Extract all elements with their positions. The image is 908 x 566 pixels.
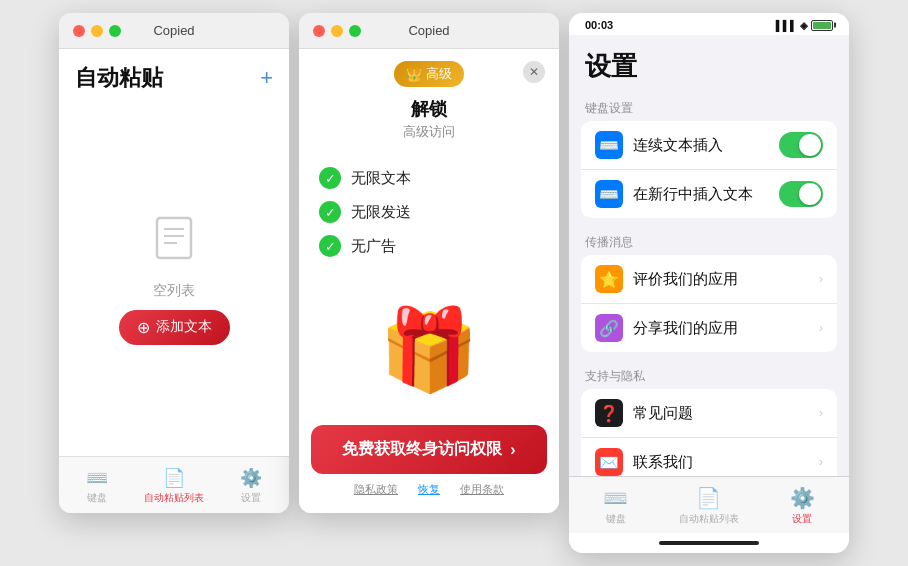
chevron-icon-0: › — [819, 272, 823, 286]
autopaste-icon: 📄 — [163, 467, 185, 489]
check-icon-2: ✓ — [319, 235, 341, 257]
terms-link[interactable]: 使用条款 — [460, 482, 504, 497]
row-rate-app[interactable]: ⭐ 评价我们的应用 › — [581, 255, 837, 304]
chevron-icon-3: › — [819, 455, 823, 469]
share-card: ⭐ 评价我们的应用 › 🔗 分享我们的应用 › — [581, 255, 837, 352]
left-traffic-lights — [73, 25, 121, 37]
row-label-contact: 联系我们 — [633, 453, 809, 472]
star-icon: ⭐ — [595, 265, 623, 293]
maximize-button-2[interactable] — [349, 25, 361, 37]
middle-window: Copied 👑 高级 ✕ 解锁 高级访问 ✓ 无限文本 ✓ 无限发送 — [299, 13, 559, 513]
row-label-0: 连续文本插入 — [633, 136, 769, 155]
add-icon: ⊕ — [137, 318, 150, 337]
modal-header: 👑 高级 ✕ 解锁 高级访问 — [299, 49, 559, 149]
features-list: ✓ 无限文本 ✓ 无限发送 ✓ 无广告 — [299, 149, 559, 275]
modal-close-button[interactable]: ✕ — [523, 61, 545, 83]
cta-links: 隐私政策 恢复 使用条款 — [311, 474, 547, 501]
row-share-app[interactable]: 🔗 分享我们的应用 › — [581, 304, 837, 352]
feature-label-1: 无限发送 — [351, 203, 411, 222]
svg-rect-0 — [157, 218, 191, 258]
share-icon: 🔗 — [595, 314, 623, 342]
battery-icon — [811, 20, 833, 31]
restore-link[interactable]: 恢复 — [418, 482, 440, 497]
ios-nav-autopaste-label: 自动粘贴列表 — [679, 512, 739, 526]
maximize-button[interactable] — [109, 25, 121, 37]
settings-icon: ⚙️ — [240, 467, 262, 489]
cta-label: 免费获取终身访问权限 — [342, 439, 502, 460]
add-text-button[interactable]: ⊕ 添加文本 — [119, 310, 230, 345]
nav-autopaste[interactable]: 📄 自动粘贴列表 — [136, 463, 213, 509]
row-continuous-insert[interactable]: ⌨️ 连续文本插入 — [581, 121, 837, 170]
ios-autopaste-icon: 📄 — [696, 486, 721, 510]
status-icons: ▌▌▌ ◈ — [776, 20, 833, 31]
check-icon-1: ✓ — [319, 201, 341, 223]
keyboard-icon: ⌨️ — [86, 467, 108, 489]
cta-arrow-icon: › — [510, 441, 515, 459]
feature-label-2: 无广告 — [351, 237, 396, 256]
contact-row-wrapper: ✉️ 联系我们 › 我们倾听我们心爱的用户 💚 — [581, 438, 837, 476]
minimize-button[interactable] — [91, 25, 103, 37]
ios-nav-settings[interactable]: ⚙️ 设置 — [756, 483, 849, 529]
feature-label-0: 无限文本 — [351, 169, 411, 188]
keyboard-icon-0: ⌨️ — [595, 131, 623, 159]
row-faq[interactable]: ❓ 常见问题 › — [581, 389, 837, 438]
row-label-1: 在新行中插入文本 — [633, 185, 769, 204]
left-header: 自动粘贴 + — [59, 49, 289, 101]
add-button[interactable]: + — [260, 65, 273, 91]
modal-title: 解锁 — [411, 97, 447, 121]
ios-page-title: 设置 — [569, 45, 849, 92]
empty-text: 空列表 — [153, 282, 195, 300]
battery-fill — [813, 22, 831, 29]
keyboard-icon-1: ⌨️ — [595, 180, 623, 208]
gift-icon: 🎁 — [379, 303, 479, 397]
feature-item-1: ✓ 无限发送 — [319, 195, 539, 229]
empty-state: 空列表 ⊕ 添加文本 — [59, 101, 289, 456]
left-content: 自动粘贴 + 空列表 ⊕ 添加文本 — [59, 49, 289, 456]
minimize-button-2[interactable] — [331, 25, 343, 37]
close-button-2[interactable] — [313, 25, 325, 37]
nav-settings[interactable]: ⚙️ 设置 — [212, 463, 289, 509]
row-contact[interactable]: ✉️ 联系我们 › — [581, 438, 837, 476]
ios-statusbar: 00:03 ▌▌▌ ◈ — [569, 13, 849, 35]
left-bottom-nav: ⌨️ 键盘 📄 自动粘贴列表 ⚙️ 设置 — [59, 456, 289, 513]
middle-traffic-lights — [313, 25, 361, 37]
ios-nav-autopaste[interactable]: 📄 自动粘贴列表 — [662, 483, 755, 529]
middle-window-title: Copied — [408, 23, 449, 38]
left-titlebar: Copied — [59, 13, 289, 49]
nav-keyboard-label: 键盘 — [87, 491, 107, 505]
ios-scrollable[interactable]: 设置 键盘设置 ⌨️ 连续文本插入 ⌨️ 在新行中插入文本 传播消息 — [569, 35, 849, 476]
section-label-2: 支持与隐私 — [569, 360, 849, 389]
row-label-share: 分享我们的应用 — [633, 319, 809, 338]
ios-settings-icon: ⚙️ — [790, 486, 815, 510]
chevron-icon-1: › — [819, 321, 823, 335]
home-bar — [659, 541, 759, 545]
nav-settings-label: 设置 — [241, 491, 261, 505]
middle-titlebar: Copied — [299, 13, 559, 49]
empty-icon — [149, 213, 199, 272]
row-newline-insert[interactable]: ⌨️ 在新行中插入文本 — [581, 170, 837, 218]
privacy-link[interactable]: 隐私政策 — [354, 482, 398, 497]
signal-icon: ▌▌▌ — [776, 20, 797, 31]
gift-image: 🎁 — [299, 275, 559, 425]
premium-badge: 👑 高级 — [394, 61, 464, 87]
ios-panel: 00:03 ▌▌▌ ◈ 设置 键盘设置 ⌨️ 连续文本插入 ⌨️ — [569, 13, 849, 553]
toggle-continuous[interactable] — [779, 132, 823, 158]
cta-button[interactable]: 免费获取终身访问权限 › — [311, 425, 547, 474]
check-icon-0: ✓ — [319, 167, 341, 189]
close-button[interactable] — [73, 25, 85, 37]
section-label-1: 传播消息 — [569, 226, 849, 255]
toggle-newline[interactable] — [779, 181, 823, 207]
ios-nav-keyboard[interactable]: ⌨️ 键盘 — [569, 483, 662, 529]
nav-keyboard[interactable]: ⌨️ 键盘 — [59, 463, 136, 509]
row-label-faq: 常见问题 — [633, 404, 809, 423]
row-label-rate: 评价我们的应用 — [633, 270, 809, 289]
feature-item-0: ✓ 无限文本 — [319, 161, 539, 195]
ios-keyboard-icon: ⌨️ — [603, 486, 628, 510]
page-title: 自动粘贴 — [75, 63, 163, 93]
ios-nav-keyboard-label: 键盘 — [606, 512, 626, 526]
ios-nav-settings-label: 设置 — [792, 512, 812, 526]
support-card: ❓ 常见问题 › ✉️ 联系我们 › 我们倾听我们心爱的用户 💚 🔒 隐私政策 … — [581, 389, 837, 476]
add-text-label: 添加文本 — [156, 318, 212, 336]
screen-container: Copied 自动粘贴 + 空列表 ⊕ 添加文本 — [49, 3, 859, 563]
cta-section: 免费获取终身访问权限 › 隐私政策 恢复 使用条款 — [299, 425, 559, 513]
